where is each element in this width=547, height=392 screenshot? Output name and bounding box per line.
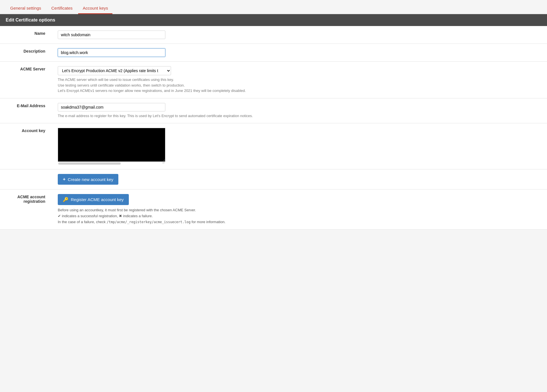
resize-handle[interactable]: ⊿ [162,160,165,164]
acme-server-value-cell: Let's Encrypt Production ACME v2 (Applie… [51,62,547,98]
acme-server-select[interactable]: Let's Encrypt Production ACME v2 (Applie… [58,66,171,75]
scrollbar-indicator [58,162,121,165]
account-key-display [58,128,165,162]
acme-registration-label: ACME account registration [0,189,51,230]
acme-reg-label-line1: ACME account [17,195,45,199]
description-row: Description [0,44,547,62]
acme-server-row: ACME Server Let's Encrypt Production ACM… [0,62,547,98]
account-key-row: Account key ⊿ [0,123,547,169]
form-table: Name Description ACME Server Let's Encry… [0,26,547,230]
acme-registration-help: Before using an accountkey, it must firs… [58,207,541,225]
acme-registration-row: ACME account registration 🔑 Register ACM… [0,189,547,230]
key-icon: 🔑 [63,197,69,202]
description-label: Description [0,44,51,62]
acme-help-line-2: Let's Encrypt ACMEv1 servers no longer a… [58,89,246,93]
create-new-account-key-button[interactable]: + Create new account key [58,174,118,185]
section-title: Edit Certificate options [6,18,55,22]
email-row: E-Mail Address The e-mail address to reg… [0,98,547,123]
acme-reg-label-line2: registration [23,199,45,204]
name-input[interactable] [58,31,165,39]
tab-general-settings[interactable]: General settings [6,3,46,14]
reg-help-line-1: ✔ indicates a successful registration, ✖… [58,214,153,218]
name-row: Name [0,26,547,44]
account-key-value-cell: ⊿ [51,123,547,169]
register-acme-account-key-button[interactable]: 🔑 Register ACME account key [58,194,129,205]
description-input[interactable] [58,48,165,57]
account-key-label: Account key [0,123,51,169]
description-value-cell [51,44,547,62]
acme-registration-value-cell: 🔑 Register ACME account key Before using… [51,189,547,230]
tabs-bar: General settings Certificates Account ke… [0,0,547,14]
name-label: Name [0,26,51,44]
reg-help-line-2: In the case of a failure, check /tmp/acm… [58,220,225,224]
create-key-button-label: Create new account key [68,177,113,182]
name-value-cell [51,26,547,44]
acme-help-line-0: The ACME server which will be used to is… [58,77,174,82]
reg-help-line-0: Before using an accountkey, it must firs… [58,208,196,212]
acme-help-line-1: Use testing servers until certificate va… [58,83,185,87]
create-key-row: + Create new account key [0,169,547,189]
email-label: E-Mail Address [0,98,51,123]
email-value-cell: The e-mail address to register for this … [51,98,547,123]
plus-icon: + [63,177,65,182]
email-input[interactable] [58,103,165,111]
email-help: The e-mail address to register for this … [58,113,541,119]
main-content: Edit Certificate options Name Descriptio… [0,14,547,230]
acme-server-label: ACME Server [0,62,51,98]
tab-certificates[interactable]: Certificates [47,3,77,14]
acme-server-help: The ACME server which will be used to is… [58,77,541,94]
create-key-value-cell: + Create new account key [51,169,547,189]
create-key-label [0,169,51,189]
tab-account-keys[interactable]: Account keys [78,3,112,14]
section-header: Edit Certificate options [0,14,547,26]
register-button-label: Register ACME account key [71,197,124,202]
log-path: /tmp/acme/_registerkey/acme_issuecert.lo… [107,220,191,224]
